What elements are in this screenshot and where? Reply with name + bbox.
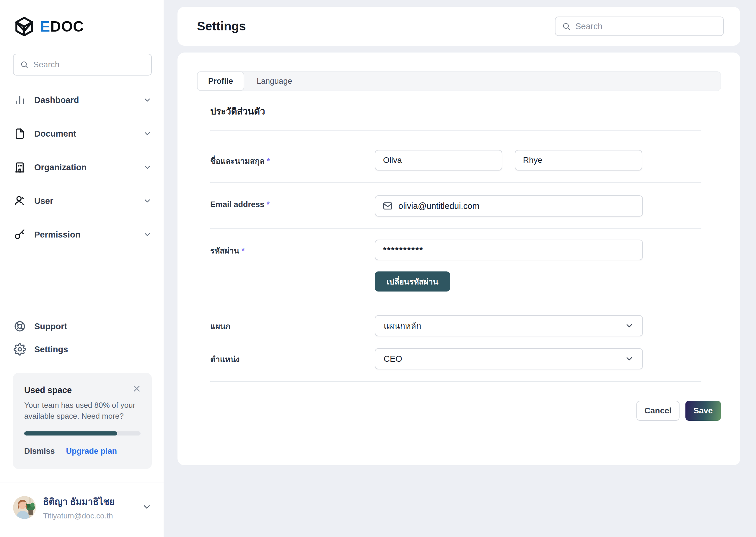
search-icon xyxy=(562,21,570,31)
search-icon xyxy=(20,60,29,69)
password-label: รหัสผ่าน * xyxy=(210,240,375,257)
used-space-description: Your team has used 80% of your available… xyxy=(24,400,141,421)
building-icon xyxy=(13,160,26,174)
used-space-progress-fill xyxy=(24,432,117,435)
avatar xyxy=(13,496,36,519)
position-row: ตำแหน่ง CEO xyxy=(210,336,701,381)
brand-name: EDOC xyxy=(40,18,84,35)
position-label: ตำแหน่ง xyxy=(210,348,375,366)
required-asterisk: * xyxy=(242,246,245,255)
cube-logo-icon xyxy=(13,15,35,38)
sidebar-item-label: Organization xyxy=(34,163,87,172)
sidebar-item-support[interactable]: Support xyxy=(13,316,152,336)
sidebar-item-label: Dashboard xyxy=(34,95,79,105)
chevron-down-icon[interactable] xyxy=(143,129,152,138)
upgrade-plan-link[interactable]: Upgrade plan xyxy=(66,447,117,456)
save-button[interactable]: Save xyxy=(686,401,721,421)
chevron-down-icon[interactable] xyxy=(143,196,152,205)
required-asterisk: * xyxy=(267,157,270,166)
key-icon xyxy=(13,228,26,241)
chevron-down-icon[interactable] xyxy=(143,163,152,172)
section-heading: ประวัติส่วนตัว xyxy=(210,104,701,119)
required-asterisk: * xyxy=(267,200,270,209)
chevron-down-icon xyxy=(625,321,634,330)
sidebar: EDOC Dashboard Do xyxy=(0,0,164,537)
used-space-card: Used space Your team has used 80% of you… xyxy=(13,373,152,469)
department-label: แผนก xyxy=(210,315,375,333)
sidebar-item-label: Settings xyxy=(34,345,68,354)
file-icon xyxy=(13,127,26,141)
sidebar-nav: Dashboard Document xyxy=(13,90,152,245)
profile-name: ธิติญา ธัมมาธิไชย xyxy=(43,494,114,509)
settings-panel: Profile Language ประวัติส่วนตัว ชื่อและน… xyxy=(177,53,740,465)
used-space-title: Used space xyxy=(24,385,141,395)
sidebar-spacer xyxy=(13,245,152,316)
name-row: ชื่อและนามสกุล * xyxy=(210,131,701,182)
chevron-down-icon[interactable] xyxy=(143,230,152,239)
sidebar-item-document[interactable]: Document xyxy=(13,123,152,144)
sidebar-item-settings[interactable]: Settings xyxy=(13,339,152,359)
chevron-down-icon[interactable] xyxy=(143,96,152,104)
user-profile[interactable]: ธิติญา ธัมมาธิไชย Titiyatum@doc.co.th xyxy=(13,494,152,520)
sidebar-item-label: Permission xyxy=(34,230,80,240)
page-header: Settings xyxy=(177,7,740,46)
profile-texts: ธิติญา ธัมมาธิไชย Titiyatum@doc.co.th xyxy=(43,494,114,520)
tab-profile[interactable]: Profile xyxy=(197,71,244,91)
close-icon[interactable] xyxy=(132,384,142,393)
sidebar-item-label: Document xyxy=(34,129,76,139)
password-field-block: เปลี่ยนรหัสผ่าน xyxy=(375,240,643,292)
sidebar-item-label: Support xyxy=(34,322,67,331)
change-password-button[interactable]: เปลี่ยนรหัสผ่าน xyxy=(375,271,450,292)
first-name-field[interactable] xyxy=(375,150,502,171)
gear-icon xyxy=(13,343,26,356)
user-icon xyxy=(13,194,26,208)
email-row: Email address * xyxy=(210,183,701,228)
used-space-actions: Dismiss Upgrade plan xyxy=(24,447,141,456)
department-select[interactable]: แผนกหลัก xyxy=(375,315,643,336)
password-field[interactable] xyxy=(375,240,643,260)
sidebar-item-label: User xyxy=(34,196,54,206)
chevron-down-icon xyxy=(625,354,634,363)
sidebar-divider xyxy=(0,482,163,482)
header-search[interactable] xyxy=(555,17,724,36)
used-space-progress-track xyxy=(24,432,141,435)
chevron-down-icon[interactable] xyxy=(142,502,152,513)
sidebar-item-dashboard[interactable]: Dashboard xyxy=(13,90,152,110)
form-actions: Cancel Save xyxy=(210,382,721,421)
password-row: รหัสผ่าน * เปลี่ยนรหัสผ่าน xyxy=(210,229,701,303)
sidebar-item-organization[interactable]: Organization xyxy=(13,157,152,178)
page-title: Settings xyxy=(197,19,246,33)
last-name-field[interactable] xyxy=(515,150,642,171)
tab-bar: Profile Language xyxy=(197,71,721,91)
mail-icon xyxy=(382,201,393,211)
sidebar-item-permission[interactable]: Permission xyxy=(13,224,152,245)
position-select[interactable]: CEO xyxy=(375,348,643,369)
bar-chart-icon xyxy=(13,93,26,107)
department-value: แผนกหลัก xyxy=(383,319,422,333)
name-label: ชื่อและนามสกุล * xyxy=(210,150,375,167)
tab-language[interactable]: Language xyxy=(244,71,304,91)
email-field-wrap xyxy=(375,195,643,217)
position-value: CEO xyxy=(383,354,402,364)
brand-logo: EDOC xyxy=(13,15,152,38)
sidebar-search-input[interactable] xyxy=(33,60,145,69)
header-search-input[interactable] xyxy=(575,21,717,31)
department-row: แผนก แผนกหลัก xyxy=(210,303,701,336)
profile-email: Titiyatum@doc.co.th xyxy=(43,511,114,520)
dismiss-link[interactable]: Dismiss xyxy=(24,447,55,456)
profile-form: ประวัติส่วนตัว ชื่อและนามสกุล * Email ad… xyxy=(210,104,701,382)
life-buoy-icon xyxy=(13,319,26,333)
cancel-button[interactable]: Cancel xyxy=(637,401,680,421)
sidebar-search[interactable] xyxy=(13,54,152,75)
sidebar-footer-nav: Support Settings xyxy=(13,316,152,362)
sidebar-item-user[interactable]: User xyxy=(13,190,152,211)
email-field[interactable] xyxy=(398,201,635,211)
email-label: Email address * xyxy=(210,195,375,209)
main-area: Settings Profile Language ประวัติส่วนตัว… xyxy=(164,0,756,537)
